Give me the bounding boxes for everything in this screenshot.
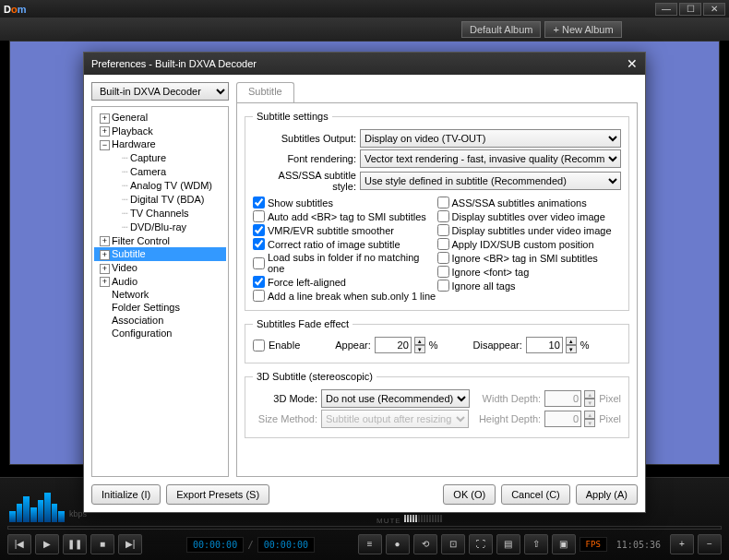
tree-analog-tv[interactable]: Analog TV (WDM) [94, 179, 226, 193]
tab-subtitle[interactable]: Subtitle [236, 82, 294, 102]
tree-network[interactable]: Network [94, 288, 226, 301]
minimize-button[interactable]: — [655, 3, 677, 16]
appear-input[interactable] [375, 337, 412, 353]
default-album-tab[interactable]: Default Album [461, 21, 541, 38]
settings-button[interactable]: ▤ [496, 534, 520, 554]
stop-button[interactable]: ■ [90, 534, 114, 554]
checkbox-right-5[interactable]: Ignore <font> tag [437, 265, 622, 279]
toggle-button[interactable]: ⊡ [441, 534, 465, 554]
appear-up[interactable]: ▲ [414, 337, 425, 345]
checkbox-right-3-label: Apply IDX/SUB custom position [452, 239, 594, 250]
disappear-input[interactable] [526, 337, 563, 353]
checkbox-left-5-input[interactable] [253, 276, 265, 288]
close-button[interactable]: ✕ [703, 3, 725, 16]
tree-video[interactable]: +Video [94, 261, 226, 275]
subtitle-settings-legend: Subtitle settings [253, 111, 332, 122]
tree-dvd[interactable]: DVD/Blu-ray [94, 220, 226, 234]
tree-camera[interactable]: Camera [94, 165, 226, 179]
disappear-up[interactable]: ▲ [566, 337, 577, 345]
tree-configuration[interactable]: Configuration [94, 327, 226, 340]
minus-button[interactable]: − [698, 534, 722, 554]
pref-close-button[interactable]: ✕ [627, 56, 638, 71]
settings-tree[interactable]: +General +Playback −Hardware Capture Cam… [91, 106, 229, 477]
font-rendering-label: Font rendering: [253, 153, 356, 164]
checkbox-right-0-input[interactable] [437, 197, 449, 209]
checkbox-right-6[interactable]: Ignore all tags [437, 279, 622, 292]
repeat-button[interactable]: ⟲ [413, 534, 437, 554]
lock-button[interactable]: ▣ [552, 534, 576, 554]
clock: 11:05:36 [611, 538, 666, 552]
pause-button[interactable]: ❚❚ [63, 534, 87, 554]
checkbox-right-3-input[interactable] [437, 238, 449, 250]
checkbox-left-3[interactable]: Correct ratio of image subtitle [253, 237, 437, 251]
album-bar: Default Album + New Album [0, 18, 729, 41]
checkbox-left-1[interactable]: Auto add <BR> tag to SMI subtitles [253, 209, 437, 223]
ass-style-select[interactable]: Use style defined in subtitle (Recommend… [360, 172, 621, 190]
checkbox-left-3-input[interactable] [253, 238, 265, 250]
export-presets-button[interactable]: Export Presets (S) [166, 484, 269, 505]
checkbox-left-6[interactable]: Add a line break when sub.only 1 line [253, 289, 437, 303]
checkbox-left-1-input[interactable] [253, 210, 265, 222]
fullscreen-button[interactable]: ⛶ [469, 534, 493, 554]
subtitles-output-select[interactable]: Display on video (TV-OUT) [360, 129, 621, 148]
checkbox-right-0[interactable]: ASS/SSA subtitles animations [437, 196, 622, 209]
cancel-button[interactable]: Cancel (C) [501, 484, 570, 505]
record-button[interactable]: ● [386, 534, 410, 554]
checkbox-left-6-input[interactable] [253, 290, 265, 302]
checkbox-left-0-label: Show subtitles [268, 197, 333, 209]
tree-filter-control[interactable]: +Filter Control [94, 234, 226, 248]
tree-tv-channels[interactable]: TV Channels [94, 207, 226, 220]
tree-general[interactable]: +General [94, 111, 226, 125]
tree-hardware[interactable]: −Hardware [94, 137, 226, 151]
checkbox-right-4[interactable]: Ignore <BR> tag in SMI subtitles [437, 251, 622, 265]
checkbox-left-4-input[interactable] [253, 257, 265, 269]
next-button[interactable]: ▶| [118, 534, 142, 554]
app-titlebar: Dom — ☐ ✕ [0, 0, 729, 18]
appear-down[interactable]: ▼ [414, 345, 425, 353]
checkbox-left-0-input[interactable] [253, 197, 265, 209]
ok-button[interactable]: OK (O) [443, 484, 496, 505]
tree-playback[interactable]: +Playback [94, 125, 226, 138]
mode-select[interactable]: Do not use (Recommended) [321, 389, 470, 408]
pref-titlebar[interactable]: Preferences - Built-in DXVA Decoder ✕ [84, 53, 645, 75]
checkbox-left-2[interactable]: VMR/EVR subtitle smoother [253, 223, 437, 237]
seek-bar[interactable] [7, 526, 722, 530]
checkbox-right-4-input[interactable] [437, 252, 449, 264]
maximize-button[interactable]: ☐ [679, 3, 701, 16]
checkbox-right-6-input[interactable] [437, 280, 449, 292]
checkbox-left-2-label: VMR/EVR subtitle smoother [268, 225, 394, 236]
tree-association[interactable]: Association [94, 314, 226, 327]
checkbox-right-1[interactable]: Display subtitles over video image [437, 209, 622, 223]
decoder-dropdown[interactable]: Built-in DXVA Decoder [91, 82, 229, 101]
fade-enable-checkbox[interactable] [253, 340, 265, 351]
tree-capture[interactable]: Capture [94, 151, 226, 165]
checkbox-right-2[interactable]: Display subtitles under video image [437, 223, 622, 237]
tree-folder-settings[interactable]: Folder Settings [94, 301, 226, 314]
initialize-button[interactable]: Initialize (I) [91, 484, 161, 505]
tree-digital-tv[interactable]: Digital TV (BDA) [94, 193, 226, 207]
open-button[interactable]: ≡ [358, 534, 382, 554]
font-rendering-select[interactable]: Vector text rendering - fast, invasive q… [360, 149, 621, 168]
plus-button[interactable]: + [670, 534, 694, 554]
new-album-tab[interactable]: + New Album [544, 21, 621, 38]
checkbox-right-5-input[interactable] [437, 266, 449, 278]
checkbox-left-4[interactable]: Load subs in folder if no matching one [253, 251, 437, 275]
checkbox-right-1-input[interactable] [437, 210, 449, 222]
checkbox-left-5[interactable]: Force left-aligned [253, 275, 437, 289]
play-button[interactable]: ▶ [35, 534, 59, 554]
width-pixel: Pixel [599, 393, 621, 404]
checkbox-left-0[interactable]: Show subtitles [253, 196, 437, 209]
checkbox-left-2-input[interactable] [253, 224, 265, 236]
ass-style-label: ASS/SSA subtitle style: [253, 170, 356, 192]
appear-label: Appear: [335, 340, 371, 351]
tree-audio[interactable]: +Audio [94, 275, 226, 289]
pin-button[interactable]: ⇧ [524, 534, 548, 554]
equalizer [9, 485, 65, 522]
prev-button[interactable]: |◀ [7, 534, 31, 554]
apply-button[interactable]: Apply (A) [576, 484, 638, 505]
checkbox-right-2-input[interactable] [437, 224, 449, 236]
disappear-down[interactable]: ▼ [566, 345, 577, 353]
checkbox-right-3[interactable]: Apply IDX/SUB custom position [437, 237, 622, 251]
logo-d: D [4, 4, 11, 15]
tree-subtitle[interactable]: +Subtitle [94, 247, 226, 261]
